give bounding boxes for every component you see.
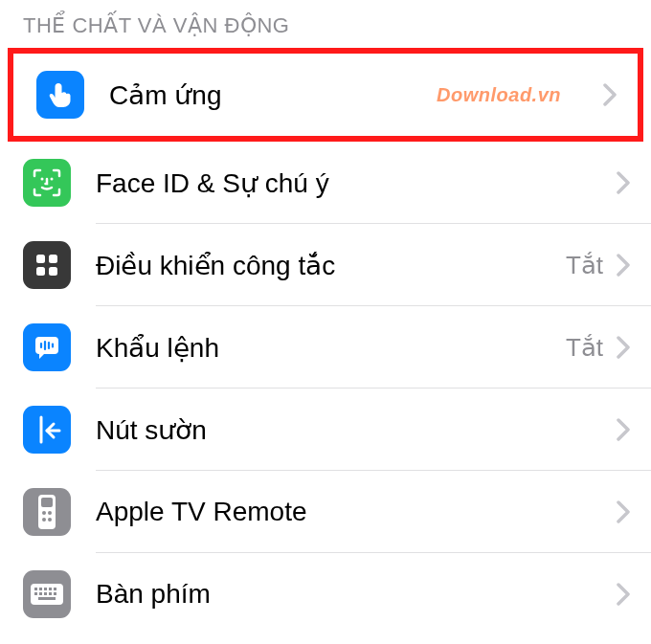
row-keyboard[interactable]: Bàn phím — [0, 553, 651, 635]
svg-rect-20 — [39, 588, 42, 590]
highlight-box: Cảm ứng Download.vn — [8, 48, 643, 142]
row-tv-remote[interactable]: Apple TV Remote — [0, 471, 651, 553]
chevron-right-icon — [617, 254, 630, 277]
side-button-icon — [23, 406, 71, 454]
section-header: THỂ CHẤT VÀ VẬN ĐỘNG — [0, 0, 651, 48]
row-voice-value: Tắt — [566, 333, 603, 363]
chevron-right-icon — [617, 336, 630, 359]
settings-list: Cảm ứng Download.vn Fa — [0, 48, 651, 635]
svg-rect-21 — [44, 588, 47, 590]
chevron-right-icon — [617, 500, 630, 523]
row-keyboard-label: Bàn phím — [96, 579, 617, 610]
chevron-right-icon — [617, 171, 630, 194]
svg-rect-19 — [34, 588, 37, 590]
svg-rect-13 — [41, 498, 53, 507]
chevron-right-icon — [617, 418, 630, 441]
row-switch-control[interactable]: Điều khiển công tắc Tắt — [0, 224, 651, 306]
chevron-right-icon — [617, 583, 630, 606]
row-side-button[interactable]: Nút sườn — [0, 389, 651, 471]
svg-rect-2 — [36, 255, 45, 263]
svg-point-0 — [41, 178, 44, 181]
svg-point-15 — [48, 511, 52, 515]
svg-point-17 — [48, 518, 52, 522]
touch-icon — [36, 71, 84, 119]
keyboard-icon — [23, 570, 71, 618]
switch-control-icon — [23, 241, 71, 289]
svg-point-1 — [51, 178, 54, 181]
svg-rect-25 — [39, 592, 42, 595]
svg-rect-23 — [54, 588, 56, 590]
svg-rect-3 — [49, 255, 57, 263]
row-voice-label: Khẩu lệnh — [96, 332, 566, 364]
row-voice-control[interactable]: Khẩu lệnh Tắt — [0, 306, 651, 389]
chevron-right-icon — [603, 83, 617, 106]
tv-remote-icon — [23, 488, 71, 536]
row-switch-value: Tắt — [566, 251, 603, 280]
voice-control-icon — [23, 323, 71, 371]
svg-point-14 — [42, 511, 46, 515]
svg-rect-27 — [49, 592, 52, 595]
row-faceid[interactable]: Face ID & Sự chú ý — [0, 142, 651, 224]
row-touch[interactable]: Cảm ứng Download.vn — [13, 54, 638, 136]
row-tvremote-label: Apple TV Remote — [96, 497, 617, 527]
svg-rect-22 — [49, 588, 52, 590]
row-side-label: Nút sườn — [96, 414, 617, 446]
svg-point-16 — [42, 518, 46, 522]
svg-rect-4 — [36, 267, 45, 276]
row-switch-label: Điều khiển công tắc — [96, 250, 566, 281]
row-touch-label: Cảm ứng — [109, 79, 603, 111]
row-faceid-label: Face ID & Sự chú ý — [96, 167, 617, 199]
faceid-icon — [23, 159, 71, 207]
svg-rect-5 — [49, 267, 57, 276]
svg-rect-26 — [44, 592, 47, 595]
svg-rect-24 — [34, 592, 37, 595]
svg-rect-28 — [54, 592, 56, 595]
svg-rect-29 — [38, 597, 56, 600]
